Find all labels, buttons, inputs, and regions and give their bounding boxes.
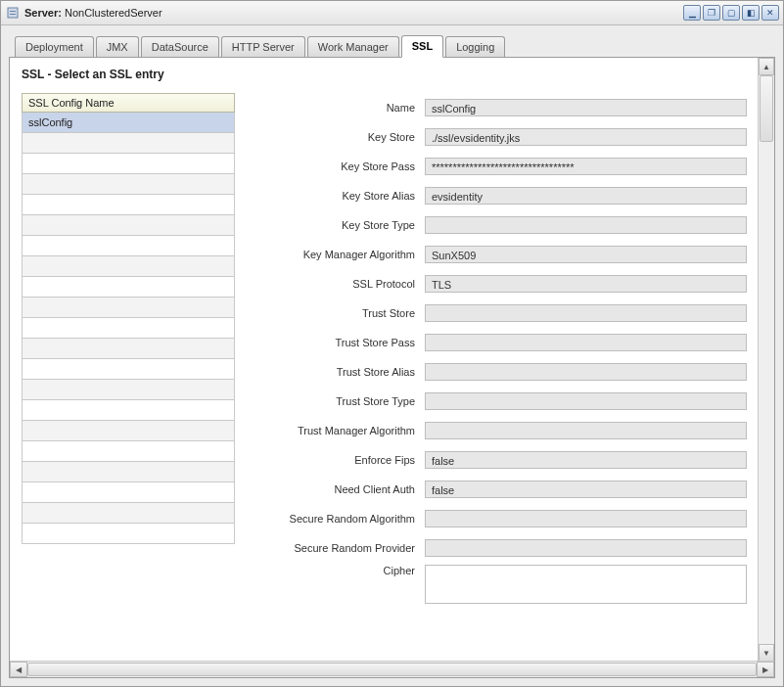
field-ssl-protocol[interactable]: TLS bbox=[425, 275, 747, 293]
maximize-button[interactable]: ▢ bbox=[722, 5, 740, 21]
tab-http-server[interactable]: HTTP Server bbox=[221, 36, 305, 58]
svg-rect-1 bbox=[10, 11, 16, 12]
field-key-store-alias[interactable]: evsidentity bbox=[425, 187, 747, 205]
field-secure-random-algorithm[interactable] bbox=[425, 510, 747, 527]
form-row: Trust Store Pass bbox=[247, 328, 747, 357]
tab-deployment[interactable]: Deployment bbox=[15, 36, 94, 58]
window-buttons: ▁ ❐ ▢ ◧ ✕ bbox=[683, 5, 779, 21]
panel-subtitle: SSL - Select an SSL entry bbox=[18, 58, 751, 93]
field-need-client-auth[interactable]: false bbox=[425, 481, 747, 498]
horizontal-scrollbar[interactable]: ◀ ▶ bbox=[10, 661, 774, 677]
tabs: DeploymentJMXDataSourceHTTP ServerWork M… bbox=[1, 25, 783, 57]
field-trust-store-alias[interactable] bbox=[425, 363, 747, 381]
field-cipher[interactable] bbox=[425, 565, 747, 604]
field-label: Trust Manager Algorithm bbox=[247, 425, 425, 436]
field-label: SSL Protocol bbox=[247, 278, 425, 290]
maximize-all-button[interactable]: ◧ bbox=[742, 5, 760, 21]
field-trust-manager-algorithm[interactable] bbox=[425, 422, 747, 439]
list-item[interactable] bbox=[22, 154, 235, 174]
list-item[interactable] bbox=[22, 298, 235, 318]
form-row: Trust Store Type bbox=[247, 387, 747, 416]
server-icon bbox=[5, 5, 21, 21]
close-button[interactable]: ✕ bbox=[761, 5, 779, 21]
form-row: Key Store Type bbox=[247, 210, 747, 240]
list-item[interactable] bbox=[22, 277, 235, 298]
window-title-value: NonClusteredServer bbox=[65, 7, 162, 19]
list-item[interactable]: sslConfig bbox=[22, 113, 235, 133]
list-item[interactable] bbox=[22, 503, 235, 524]
svg-rect-2 bbox=[10, 14, 16, 15]
server-window: Server: NonClusteredServer ▁ ❐ ▢ ◧ ✕ Dep… bbox=[0, 0, 784, 687]
form-row: Trust Manager Algorithm bbox=[247, 416, 747, 445]
field-label: Secure Random Algorithm bbox=[247, 513, 425, 525]
list-item[interactable] bbox=[22, 236, 235, 256]
scroll-right-icon[interactable]: ▶ bbox=[757, 662, 774, 677]
content-panel: SSL - Select an SSL entry SSL Config Nam… bbox=[9, 57, 775, 678]
field-label: Enforce Fips bbox=[247, 454, 425, 466]
field-label: Secure Random Provider bbox=[247, 542, 425, 554]
scroll-down-icon[interactable]: ▼ bbox=[759, 644, 774, 662]
field-trust-store-type[interactable] bbox=[425, 392, 747, 410]
tab-ssl[interactable]: SSL bbox=[401, 35, 443, 58]
list-item[interactable] bbox=[22, 462, 235, 482]
list-header[interactable]: SSL Config Name bbox=[22, 93, 235, 113]
list-item[interactable] bbox=[22, 359, 235, 380]
form-row: Key Store./ssl/evsidentity.jks bbox=[247, 122, 747, 152]
field-label: Key Store Type bbox=[247, 219, 425, 231]
form-row: Key Store Pass**************************… bbox=[247, 152, 747, 181]
form-row: NamesslConfig bbox=[247, 93, 747, 122]
form-row: Secure Random Algorithm bbox=[247, 504, 747, 533]
field-enforce-fips[interactable]: false bbox=[425, 451, 747, 469]
list-item[interactable] bbox=[22, 441, 235, 462]
tab-work-manager[interactable]: Work Manager bbox=[307, 36, 399, 58]
list-item[interactable] bbox=[22, 195, 235, 215]
field-key-store-pass[interactable]: ********************************** bbox=[425, 158, 747, 175]
list-item[interactable] bbox=[22, 339, 235, 359]
tab-datasource[interactable]: DataSource bbox=[141, 36, 219, 58]
form-row: Enforce Fipsfalse bbox=[247, 445, 747, 475]
form-row: Key Manager AlgorithmSunX509 bbox=[247, 240, 747, 269]
tab-logging[interactable]: Logging bbox=[445, 36, 505, 58]
field-label: Need Client Auth bbox=[247, 483, 425, 495]
list-item[interactable] bbox=[22, 174, 235, 195]
form-row: Trust Store bbox=[247, 298, 747, 328]
field-key-manager-algorithm[interactable]: SunX509 bbox=[425, 246, 747, 263]
list-item[interactable] bbox=[22, 380, 235, 400]
scroll-thumb[interactable] bbox=[27, 663, 757, 676]
field-label: Key Store Pass bbox=[247, 160, 425, 172]
scroll-left-icon[interactable]: ◀ bbox=[10, 662, 27, 677]
list-item[interactable] bbox=[22, 318, 235, 339]
list-item[interactable] bbox=[22, 215, 235, 236]
list-item[interactable] bbox=[22, 133, 235, 154]
titlebar: Server: NonClusteredServer ▁ ❐ ▢ ◧ ✕ bbox=[1, 1, 783, 25]
field-label: Cipher bbox=[247, 565, 425, 576]
form-row: Need Client Authfalse bbox=[247, 475, 747, 504]
form-row: SSL ProtocolTLS bbox=[247, 269, 747, 298]
tab-jmx[interactable]: JMX bbox=[96, 36, 139, 58]
field-secure-random-provider[interactable] bbox=[425, 539, 747, 557]
scroll-thumb[interactable] bbox=[760, 75, 773, 142]
field-name[interactable]: sslConfig bbox=[425, 99, 747, 116]
minimize-button[interactable]: ▁ bbox=[683, 5, 701, 21]
field-trust-store-pass[interactable] bbox=[425, 334, 747, 351]
ssl-form: NamesslConfigKey Store./ssl/evsidentity.… bbox=[247, 93, 747, 612]
field-key-store-type[interactable] bbox=[425, 216, 747, 234]
form-row: Cipher bbox=[247, 563, 747, 612]
restore-button[interactable]: ❐ bbox=[703, 5, 720, 21]
ssl-config-list: SSL Config Name sslConfig bbox=[22, 93, 235, 612]
field-trust-store[interactable] bbox=[425, 304, 747, 322]
form-row: Secure Random Provider bbox=[247, 533, 747, 563]
field-label: Trust Store Type bbox=[247, 395, 425, 407]
list-item[interactable] bbox=[22, 421, 235, 441]
list-item[interactable] bbox=[22, 524, 235, 544]
field-label: Trust Store bbox=[247, 307, 425, 319]
form-row: Trust Store Alias bbox=[247, 357, 747, 387]
vertical-scrollbar[interactable]: ▲ ▼ bbox=[758, 58, 774, 662]
list-item[interactable] bbox=[22, 400, 235, 421]
field-label: Name bbox=[247, 102, 425, 114]
field-key-store[interactable]: ./ssl/evsidentity.jks bbox=[425, 128, 747, 146]
window-title-prefix: Server: bbox=[24, 7, 62, 19]
scroll-up-icon[interactable]: ▲ bbox=[759, 58, 774, 75]
list-item[interactable] bbox=[22, 256, 235, 277]
list-item[interactable] bbox=[22, 482, 235, 503]
